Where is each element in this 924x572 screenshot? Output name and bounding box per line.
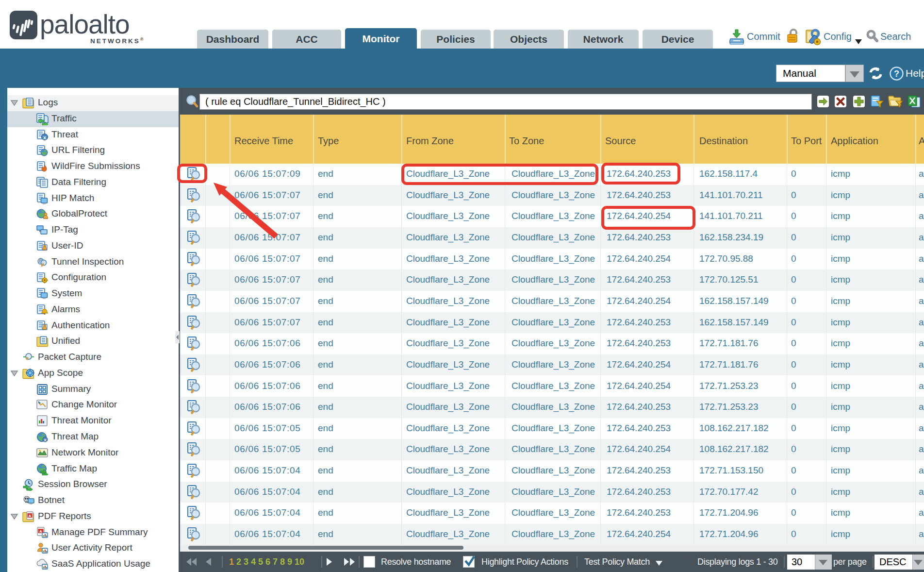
- svg-text:x: x: [44, 437, 46, 442]
- svg-text:x: x: [43, 134, 47, 140]
- svg-text:A: A: [29, 513, 32, 518]
- svg-text:A: A: [39, 529, 42, 533]
- svg-text:?: ?: [894, 69, 899, 79]
